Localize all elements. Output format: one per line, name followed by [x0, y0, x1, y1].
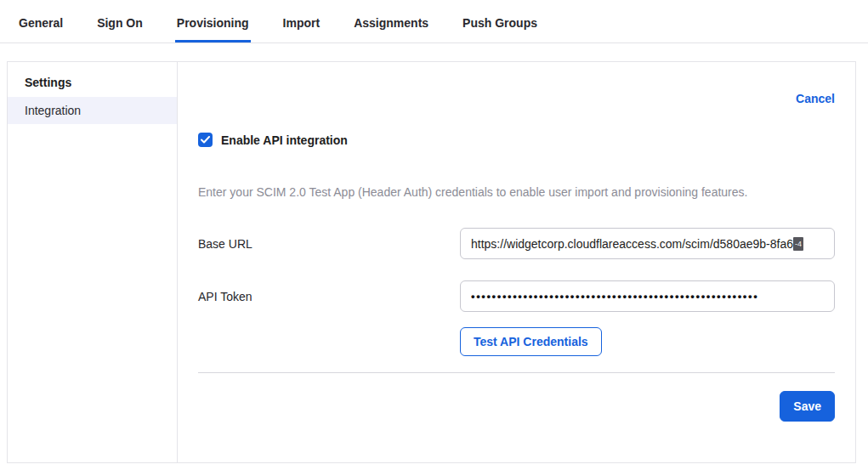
- credentials-description: Enter your SCIM 2.0 Test App (Header Aut…: [198, 184, 835, 200]
- app-tab-bar: General Sign On Provisioning Import Assi…: [0, 0, 868, 43]
- credentials-form: Base URL https://widgetcorp.cloudflareac…: [198, 228, 835, 356]
- base-url-label: Base URL: [198, 237, 460, 251]
- tab-sign-on[interactable]: Sign On: [95, 3, 145, 42]
- save-row: Save: [198, 391, 835, 422]
- tab-assignments[interactable]: Assignments: [352, 3, 430, 42]
- save-button[interactable]: Save: [780, 391, 835, 422]
- base-url-row: Base URL https://widgetcorp.cloudflareac…: [198, 228, 835, 259]
- checkmark-icon: [201, 136, 210, 144]
- provisioning-panel: Settings Integration Cancel Enable API i…: [7, 61, 856, 463]
- base-url-value: https://widgetcorp.cloudflareaccess.com/…: [471, 237, 793, 251]
- sidebar-header-settings: Settings: [8, 70, 177, 97]
- tab-import[interactable]: Import: [281, 3, 322, 42]
- api-token-input[interactable]: ••••••••••••••••••••••••••••••••••••••••…: [460, 280, 835, 312]
- tab-general[interactable]: General: [17, 3, 65, 42]
- api-token-masked-value: ••••••••••••••••••••••••••••••••••••••••…: [471, 290, 758, 303]
- tab-provisioning[interactable]: Provisioning: [175, 3, 251, 42]
- cancel-row: Cancel: [198, 91, 835, 106]
- cancel-link[interactable]: Cancel: [796, 92, 835, 105]
- text-overflow-marker: -4: [793, 237, 803, 251]
- integration-settings-form: Cancel Enable API integration Enter your…: [178, 62, 855, 462]
- test-api-credentials-button[interactable]: Test API Credentials: [460, 327, 602, 356]
- api-token-label: API Token: [198, 290, 460, 303]
- base-url-input[interactable]: https://widgetcorp.cloudflareaccess.com/…: [460, 228, 835, 259]
- footer-divider: [198, 372, 835, 373]
- enable-api-row: Enable API integration: [198, 133, 835, 147]
- sidebar-item-integration[interactable]: Integration: [8, 97, 177, 124]
- tab-push-groups[interactable]: Push Groups: [461, 3, 539, 42]
- api-token-row: API Token ••••••••••••••••••••••••••••••…: [198, 280, 835, 312]
- test-credentials-row: Test API Credentials: [460, 327, 835, 356]
- settings-sidebar: Settings Integration: [8, 62, 178, 462]
- enable-api-label[interactable]: Enable API integration: [221, 133, 348, 147]
- enable-api-checkbox[interactable]: [198, 133, 213, 147]
